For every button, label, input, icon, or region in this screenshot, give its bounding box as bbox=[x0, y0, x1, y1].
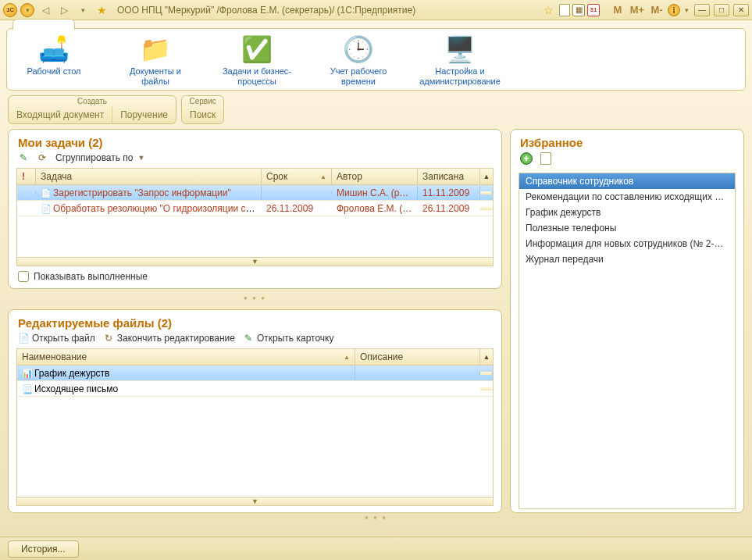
favorite-item[interactable]: Информация для новых сотрудников (№ 2-ИС… bbox=[519, 236, 735, 251]
col-deadline[interactable]: Срок▲ bbox=[262, 169, 332, 184]
clock-icon: 🕒 bbox=[343, 34, 374, 65]
table-row[interactable]: 📃Исходящее письмо bbox=[17, 381, 493, 397]
history-button[interactable]: История... bbox=[8, 540, 79, 558]
favorite-item[interactable]: Журнал передачи bbox=[519, 251, 735, 267]
folder-icon: 📁 bbox=[140, 34, 171, 65]
favorite-page-icon[interactable] bbox=[540, 152, 551, 165]
scroll-up-icon[interactable]: ▲ bbox=[480, 349, 493, 365]
refresh-button[interactable]: ⟳ bbox=[37, 152, 48, 163]
pencil-icon: ✎ bbox=[243, 333, 254, 344]
create-group-title: Создать bbox=[9, 96, 176, 106]
favorite-item[interactable]: Полезные телефоны bbox=[519, 220, 735, 236]
monitor-gear-icon: 🖥️ bbox=[444, 34, 476, 65]
col-task[interactable]: Задача bbox=[36, 169, 262, 184]
dropdown-icon[interactable]: ▾ bbox=[20, 3, 34, 17]
tasks-table: ! Задача Срок▲ Автор Записана ▲ 📄Зарегис… bbox=[16, 168, 494, 266]
scroll-down-icon[interactable]: ▼ bbox=[17, 257, 493, 266]
favorite-star-icon[interactable]: ★ bbox=[94, 2, 109, 18]
doc-icon: 📄 bbox=[41, 187, 52, 198]
finish-editing-button[interactable]: ↻Закончить редактирование bbox=[103, 333, 235, 344]
col-name[interactable]: Наименование▲ bbox=[17, 349, 355, 365]
scroll-down-icon[interactable]: ▼ bbox=[17, 497, 493, 505]
my-tasks-title: Мои задачи (2) bbox=[9, 130, 501, 152]
scroll-up-icon[interactable]: ▲ bbox=[480, 169, 493, 184]
logo-1c-icon: 1C bbox=[3, 3, 17, 17]
m-button[interactable]: M bbox=[609, 2, 626, 18]
table-row[interactable]: 📄Зарегистрировать "Запрос информации"Миш… bbox=[17, 185, 493, 201]
favorites-list: Справочник сотрудниковРекомендации по со… bbox=[519, 173, 736, 509]
create-group: Создать Входящий документ Поручение bbox=[8, 95, 176, 124]
section-admin[interactable]: 🖥️ Настройка и администрирование bbox=[421, 34, 499, 87]
editing-files-panel: Редактируемые файлы (2) 📄Открыть файл ↻З… bbox=[8, 309, 502, 513]
editing-files-title: Редактируемые файлы (2) bbox=[9, 310, 501, 333]
section-time[interactable]: 🕒 Учет рабочего времени bbox=[319, 34, 397, 87]
file-icon: 📃 bbox=[22, 383, 33, 394]
m-plus-button[interactable]: M+ bbox=[629, 2, 646, 18]
col-flag[interactable]: ! bbox=[17, 169, 36, 184]
search-button[interactable]: Поиск bbox=[182, 106, 223, 123]
show-done-label: Показывать выполненные bbox=[34, 271, 148, 282]
maximize-button[interactable]: □ bbox=[714, 4, 729, 16]
table-row[interactable]: 📊График дежурств bbox=[17, 366, 493, 381]
bottom-splitter-handle[interactable]: ● ● ● bbox=[0, 515, 752, 523]
close-button[interactable]: ✕ bbox=[733, 4, 749, 16]
nav-menu-icon[interactable]: ▾ bbox=[75, 2, 91, 18]
info-icon[interactable]: i bbox=[668, 4, 680, 16]
favorite-item[interactable]: Рекомендации по составлению исходящих пи… bbox=[519, 189, 735, 205]
refresh-icon: ⟳ bbox=[37, 152, 48, 163]
doc-icon: 📄 bbox=[41, 203, 52, 214]
section-documents[interactable]: 📁 Документы и файлы bbox=[116, 34, 194, 87]
files-table: Наименование▲ Описание ▲ 📊График дежурст… bbox=[16, 348, 494, 506]
show-done-checkbox[interactable] bbox=[18, 271, 29, 282]
page-icon[interactable] bbox=[559, 4, 570, 16]
checklist-icon: ✅ bbox=[241, 34, 273, 65]
favorite-item[interactable]: Справочник сотрудников bbox=[519, 173, 735, 189]
calendar-icon[interactable]: 31 bbox=[587, 4, 600, 16]
nav-fwd-icon[interactable]: ▷ bbox=[56, 2, 72, 18]
section-tasks[interactable]: ✅ Задачи и бизнес-процессы bbox=[218, 34, 296, 87]
favorites-panel: Избранное + Справочник сотрудниковРекоме… bbox=[510, 129, 744, 513]
service-group: Сервис Поиск bbox=[181, 95, 224, 124]
bottombar: История... bbox=[0, 537, 752, 560]
add-favorite-button[interactable]: + bbox=[520, 152, 533, 165]
active-tab-handle[interactable] bbox=[12, 19, 75, 30]
pencil-icon: ✎ bbox=[18, 152, 29, 163]
edit-pencil-button[interactable]: ✎ bbox=[18, 152, 29, 163]
nav-back-icon[interactable]: ◁ bbox=[37, 2, 53, 18]
create-assignment-button[interactable]: Поручение bbox=[112, 106, 176, 123]
open-file-button[interactable]: 📄Открыть файл bbox=[18, 333, 95, 344]
desk-lamp-icon: 🛋️ bbox=[38, 34, 69, 65]
star-icon[interactable]: ☆ bbox=[540, 2, 557, 18]
open-card-button[interactable]: ✎Открыть карточку bbox=[243, 333, 333, 344]
col-recorded[interactable]: Записана bbox=[418, 169, 480, 184]
create-incoming-doc-button[interactable]: Входящий документ bbox=[9, 106, 112, 123]
subtoolbar: Создать Входящий документ Поручение Серв… bbox=[8, 95, 744, 124]
group-by-dropdown[interactable]: Сгруппировать по ▼ bbox=[55, 152, 144, 163]
minimize-button[interactable]: — bbox=[694, 4, 710, 16]
titlebar: 1C ▾ ◁ ▷ ▾ ★ ООО НПЦ "Меркурий" /Фролова… bbox=[0, 0, 752, 20]
page-icon: 📄 bbox=[18, 333, 29, 344]
col-desc[interactable]: Описание bbox=[355, 349, 480, 365]
info-dropdown-icon[interactable]: ▾ bbox=[683, 2, 690, 18]
favorites-title: Избранное bbox=[511, 130, 743, 152]
chevron-down-icon: ▼ bbox=[138, 154, 145, 162]
service-group-title: Сервис bbox=[182, 96, 223, 106]
calculator-icon[interactable]: ▦ bbox=[572, 4, 585, 16]
favorite-item[interactable]: График дежурств bbox=[519, 205, 735, 220]
redo-icon: ↻ bbox=[103, 333, 114, 344]
file-icon: 📊 bbox=[22, 368, 33, 379]
sections-ribbon: 🛋️ Рабочий стол 📁 Документы и файлы ✅ За… bbox=[6, 28, 746, 91]
window-title: ООО НПЦ "Меркурий" /Фролова Е.М. (секрет… bbox=[117, 5, 415, 16]
table-row[interactable]: 📄Обработать резолюцию "О гидроизоляции с… bbox=[17, 201, 493, 216]
m-minus-button[interactable]: M- bbox=[648, 2, 665, 18]
my-tasks-panel: Мои задачи (2) ✎ ⟳ Сгруппировать по ▼ ! … bbox=[8, 129, 502, 289]
splitter-handle[interactable]: ● ● ● bbox=[8, 295, 502, 303]
section-desktop[interactable]: 🛋️ Рабочий стол bbox=[15, 34, 93, 87]
col-author[interactable]: Автор bbox=[332, 169, 418, 184]
